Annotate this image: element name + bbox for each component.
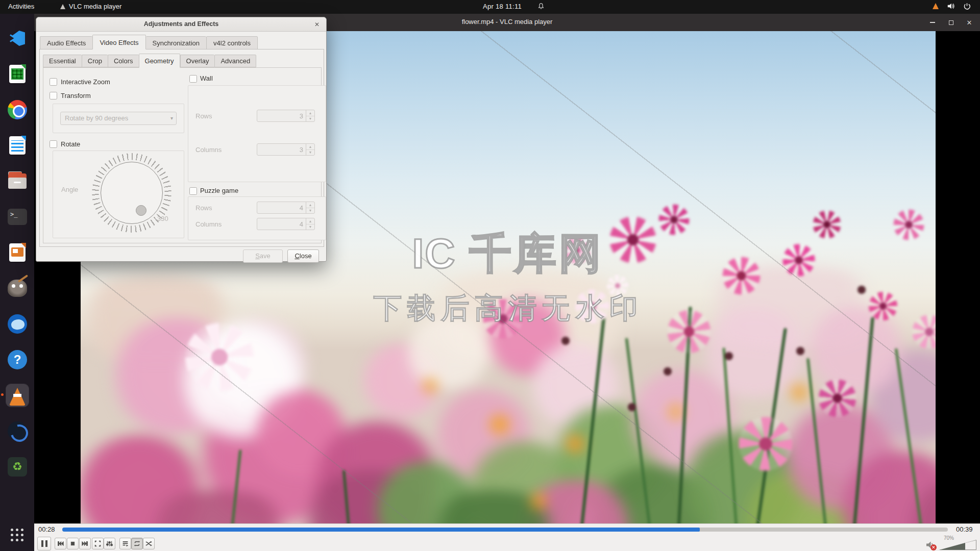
subtab-overlay[interactable]: Overlay <box>180 55 215 67</box>
seek-fill <box>62 528 700 532</box>
tab-audio-effects[interactable]: Audio Effects <box>40 36 92 49</box>
next-icon <box>82 540 88 547</box>
dock-item-terminal[interactable]: >_ <box>6 206 29 228</box>
dialog-title: Adjustments and Effects <box>36 20 326 28</box>
dock-item-vlc[interactable] <box>6 384 29 407</box>
vlc-tray-icon[interactable] <box>933 3 939 9</box>
dock-item-files[interactable] <box>6 170 29 192</box>
libreoffice-impress-icon <box>9 243 26 262</box>
subtabbar: Essential Crop Colors Geometry Overlay A… <box>43 54 256 68</box>
stop-button[interactable] <box>67 538 79 549</box>
puzzle-columns-spinbox[interactable]: 4 ▲▼ <box>257 218 315 230</box>
wall-rows-value: 3 <box>300 112 303 120</box>
dialog-close-icon[interactable]: ✕ <box>312 19 322 30</box>
app-menu[interactable]: VLC media player <box>60 3 121 10</box>
video-effects-pane: Essential Crop Colors Geometry Overlay A… <box>39 49 324 247</box>
dock-item-libreoffice-calc[interactable] <box>6 63 29 85</box>
puzzle-rows-spinbox[interactable]: 4 ▲▼ <box>257 202 315 214</box>
shuffle-icon <box>145 540 152 547</box>
elapsed-time: 00:28 <box>38 525 55 533</box>
tab-video-effects[interactable]: Video Effects <box>92 35 145 49</box>
spin-arrows[interactable]: ▲▼ <box>306 144 314 155</box>
previous-icon <box>57 540 64 547</box>
extended-settings-button[interactable] <box>104 538 115 549</box>
watermark-subtitle: 下载后高清无水印 <box>81 289 936 328</box>
close-button[interactable]: Close <box>287 249 319 263</box>
subtab-advanced[interactable]: Advanced <box>214 55 256 67</box>
show-applications-button[interactable] <box>6 524 29 546</box>
maximize-button[interactable] <box>945 17 957 28</box>
fullscreen-button[interactable] <box>92 538 104 549</box>
dock: >_ ? ♻ <box>0 14 34 551</box>
pause-button[interactable] <box>37 537 51 550</box>
clock[interactable]: Apr 18 11:11 <box>483 3 522 10</box>
volume-slider[interactable] <box>939 540 976 550</box>
puzzle-checkbox[interactable] <box>189 187 197 195</box>
transform-label: Transform <box>61 92 91 99</box>
dock-item-libreoffice-impress[interactable] <box>6 241 29 264</box>
dock-item-help[interactable]: ? <box>6 348 29 371</box>
power-icon[interactable] <box>963 3 971 10</box>
watermark-logo: IC <box>412 230 456 277</box>
subtab-crop[interactable]: Crop <box>82 55 108 67</box>
wall-rows-label: Rows <box>195 112 212 120</box>
random-button[interactable] <box>143 538 155 549</box>
wall-rows-spinbox[interactable]: 3 ▲▼ <box>257 110 315 122</box>
spin-arrows[interactable]: ▲▼ <box>306 110 314 121</box>
subtab-colors[interactable]: Colors <box>108 55 139 67</box>
activities-button[interactable]: Activities <box>8 3 34 10</box>
angle-label: Angle <box>61 186 78 193</box>
geometry-pane: Interactive Zoom Transform Rotate by 90 … <box>43 67 322 243</box>
interactive-zoom-checkbox[interactable] <box>50 78 57 86</box>
dock-item-vscode[interactable] <box>6 27 29 49</box>
dial-knob[interactable] <box>136 205 146 216</box>
seek-bar[interactable] <box>62 528 948 532</box>
previous-button[interactable] <box>55 538 66 549</box>
wall-checkbox[interactable] <box>189 75 197 83</box>
playlist-button[interactable] <box>119 538 131 549</box>
dock-item-blue-swirl-app[interactable] <box>6 420 29 442</box>
transform-checkbox[interactable] <box>50 92 57 99</box>
puzzle-group: Rows 4 ▲▼ Columns 4 ▲▼ <box>188 196 326 240</box>
stop-icon <box>69 540 76 547</box>
puzzle-label: Puzzle game <box>200 187 238 194</box>
transform-group: Rotate by 90 degrees ▾ <box>53 104 184 133</box>
wall-label: Wall <box>200 74 213 82</box>
dock-item-chrome[interactable] <box>6 98 29 121</box>
tab-v4l2-controls[interactable]: v4l2 controls <box>206 36 258 49</box>
pause-icon <box>41 540 47 547</box>
volume-tray-icon[interactable] <box>947 2 955 10</box>
combobox-arrow-icon: ▾ <box>170 112 173 124</box>
system-tray[interactable] <box>933 2 971 10</box>
tab-synchronization[interactable]: Synchronization <box>146 36 207 49</box>
subtab-essential[interactable]: Essential <box>43 55 82 67</box>
close-window-button[interactable]: ✕ <box>964 17 975 28</box>
wall-columns-spinbox[interactable]: 3 ▲▼ <box>257 143 315 156</box>
libreoffice-calc-icon <box>9 65 26 83</box>
dock-item-software-center[interactable]: ♻ <box>6 456 29 478</box>
loop-icon <box>134 540 140 547</box>
dock-item-thunderbird[interactable] <box>6 313 29 335</box>
dialog-titlebar[interactable]: Adjustments and Effects ✕ <box>36 17 326 32</box>
subtab-geometry[interactable]: Geometry <box>139 54 180 68</box>
spin-arrows[interactable]: ▲▼ <box>306 202 314 213</box>
spin-arrows[interactable]: ▲▼ <box>306 218 314 230</box>
puzzle-rows-value: 4 <box>300 204 303 212</box>
libreoffice-writer-icon <box>9 136 26 155</box>
notification-bell-icon <box>537 3 545 10</box>
files-icon <box>8 173 27 189</box>
loop-button[interactable] <box>131 538 143 549</box>
adjustments-effects-dialog: Adjustments and Effects ✕ Audio Effects … <box>36 17 327 262</box>
puzzle-columns-label: Columns <box>195 220 222 228</box>
minimize-button[interactable] <box>927 17 938 28</box>
transform-combobox[interactable]: Rotate by 90 degrees ▾ <box>60 112 177 125</box>
rotate-checkbox[interactable] <box>50 140 57 148</box>
chrome-icon <box>8 100 27 119</box>
dock-item-libreoffice-writer[interactable] <box>6 134 29 157</box>
next-button[interactable] <box>79 538 91 549</box>
dial-face <box>101 162 163 224</box>
save-button[interactable]: Save <box>243 249 283 263</box>
dock-item-gimp[interactable] <box>6 277 29 299</box>
top-bar: Activities VLC media player Apr 18 11:11 <box>0 0 980 14</box>
wall-columns-label: Columns <box>195 146 222 154</box>
